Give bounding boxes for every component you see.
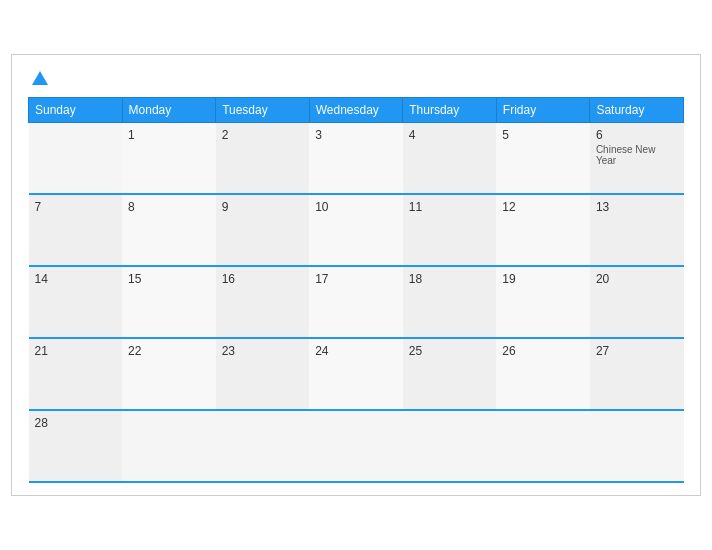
- day-number: 13: [596, 200, 678, 214]
- calendar-day-cell: 4: [403, 122, 497, 194]
- weekday-header-monday: Monday: [122, 97, 216, 122]
- day-number: 1: [128, 128, 210, 142]
- calendar-table: SundayMondayTuesdayWednesdayThursdayFrid…: [28, 97, 684, 484]
- day-number: 24: [315, 344, 397, 358]
- calendar-week-row: 123456Chinese New Year: [29, 122, 684, 194]
- weekday-header-tuesday: Tuesday: [216, 97, 310, 122]
- day-number: 18: [409, 272, 491, 286]
- day-number: 8: [128, 200, 210, 214]
- day-number: 23: [222, 344, 304, 358]
- calendar-day-cell: 22: [122, 338, 216, 410]
- day-number: 17: [315, 272, 397, 286]
- calendar-day-cell: [403, 410, 497, 482]
- day-number: 7: [35, 200, 117, 214]
- calendar-day-cell: 2: [216, 122, 310, 194]
- day-number: 21: [35, 344, 117, 358]
- calendar-day-cell: [590, 410, 684, 482]
- calendar-day-cell: 17: [309, 266, 403, 338]
- calendar-day-cell: [29, 122, 123, 194]
- logo-triangle-icon: [32, 71, 48, 85]
- calendar-day-cell: 28: [29, 410, 123, 482]
- calendar-day-cell: [496, 410, 590, 482]
- calendar-day-cell: 26: [496, 338, 590, 410]
- calendar-week-row: 28: [29, 410, 684, 482]
- calendar-day-cell: 3: [309, 122, 403, 194]
- weekday-header-wednesday: Wednesday: [309, 97, 403, 122]
- calendar-day-cell: 11: [403, 194, 497, 266]
- calendar-container: SundayMondayTuesdayWednesdayThursdayFrid…: [11, 54, 701, 497]
- day-number: 4: [409, 128, 491, 142]
- day-number: 20: [596, 272, 678, 286]
- calendar-day-cell: 23: [216, 338, 310, 410]
- day-number: 9: [222, 200, 304, 214]
- calendar-day-cell: 13: [590, 194, 684, 266]
- calendar-day-cell: 18: [403, 266, 497, 338]
- calendar-day-cell: 6Chinese New Year: [590, 122, 684, 194]
- calendar-day-cell: 1: [122, 122, 216, 194]
- weekday-header-friday: Friday: [496, 97, 590, 122]
- day-number: 11: [409, 200, 491, 214]
- calendar-week-row: 21222324252627: [29, 338, 684, 410]
- calendar-week-row: 78910111213: [29, 194, 684, 266]
- day-number: 5: [502, 128, 584, 142]
- calendar-day-cell: [309, 410, 403, 482]
- calendar-day-cell: 14: [29, 266, 123, 338]
- day-number: 15: [128, 272, 210, 286]
- holiday-label: Chinese New Year: [596, 144, 678, 166]
- calendar-header: [28, 71, 684, 85]
- logo: [28, 71, 48, 85]
- day-number: 22: [128, 344, 210, 358]
- weekday-header-saturday: Saturday: [590, 97, 684, 122]
- calendar-day-cell: 24: [309, 338, 403, 410]
- calendar-day-cell: 19: [496, 266, 590, 338]
- calendar-day-cell: 21: [29, 338, 123, 410]
- calendar-day-cell: 15: [122, 266, 216, 338]
- weekday-header-thursday: Thursday: [403, 97, 497, 122]
- day-number: 2: [222, 128, 304, 142]
- day-number: 19: [502, 272, 584, 286]
- calendar-day-cell: 27: [590, 338, 684, 410]
- day-number: 28: [35, 416, 117, 430]
- calendar-day-cell: 7: [29, 194, 123, 266]
- day-number: 14: [35, 272, 117, 286]
- weekday-header-row: SundayMondayTuesdayWednesdayThursdayFrid…: [29, 97, 684, 122]
- calendar-day-cell: 12: [496, 194, 590, 266]
- calendar-day-cell: 20: [590, 266, 684, 338]
- day-number: 26: [502, 344, 584, 358]
- calendar-day-cell: 10: [309, 194, 403, 266]
- calendar-week-row: 14151617181920: [29, 266, 684, 338]
- day-number: 12: [502, 200, 584, 214]
- calendar-day-cell: 9: [216, 194, 310, 266]
- calendar-day-cell: 16: [216, 266, 310, 338]
- calendar-day-cell: [122, 410, 216, 482]
- day-number: 25: [409, 344, 491, 358]
- day-number: 27: [596, 344, 678, 358]
- calendar-day-cell: 8: [122, 194, 216, 266]
- day-number: 6: [596, 128, 678, 142]
- day-number: 10: [315, 200, 397, 214]
- weekday-header-sunday: Sunday: [29, 97, 123, 122]
- calendar-day-cell: 5: [496, 122, 590, 194]
- calendar-day-cell: 25: [403, 338, 497, 410]
- calendar-day-cell: [216, 410, 310, 482]
- day-number: 16: [222, 272, 304, 286]
- day-number: 3: [315, 128, 397, 142]
